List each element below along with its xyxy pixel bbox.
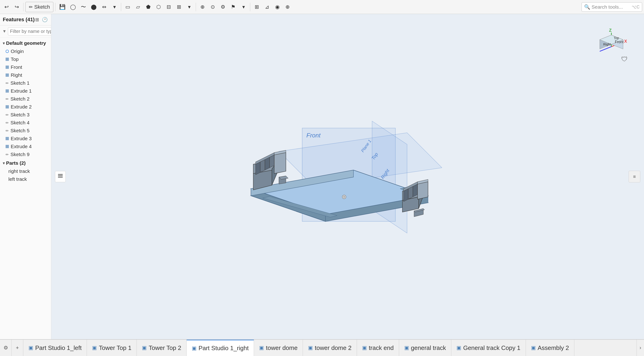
tool-plus[interactable]: ⊕	[283, 2, 292, 12]
sidebar-history-button[interactable]: 🕐	[42, 16, 48, 23]
svg-text:Top: Top	[614, 36, 619, 40]
right-track-label: right track	[8, 168, 30, 174]
parts-chevron-icon: ▾	[3, 161, 5, 165]
tool-mirror[interactable]: ⇔	[100, 2, 109, 12]
sidebar-item-top[interactable]: Top	[0, 55, 51, 63]
sidebar-select-button[interactable]: ⊞	[35, 16, 40, 23]
tool-flag[interactable]: ⚑	[228, 2, 238, 12]
orientation-cube[interactable]: X Z Front Top Right 🛡	[593, 28, 630, 65]
tool-rect[interactable]: ▭	[123, 2, 132, 12]
tab-tower-top-1[interactable]: ▣ Tower Top 1	[87, 340, 137, 356]
sidebar-item-sketch1[interactable]: ✏ Sketch 1	[0, 79, 51, 87]
tab-general-track[interactable]: ▣ general track	[399, 340, 451, 356]
tab-tower-dome-label: tower dome	[266, 344, 298, 351]
front-plane-icon	[6, 66, 9, 69]
tool-slot[interactable]: ⊟	[164, 2, 173, 12]
sidebar-item-extrude4[interactable]: Extrude 4	[0, 142, 51, 150]
tab-bar: ⚙ + ▣ Part Studio 1_left ▣ Tower Top 1 ▣…	[0, 339, 644, 356]
tool-point[interactable]: ⬤	[89, 2, 98, 12]
sketch4-label: Sketch 4	[10, 120, 30, 125]
tool-dropdown-2[interactable]: ▾	[184, 2, 194, 12]
tool-hex[interactable]: ⬡	[154, 2, 163, 12]
sidebar-item-right-track[interactable]: right track	[0, 167, 51, 175]
tab-part-studio-right-label: Part Studio 1_right	[198, 344, 248, 352]
tab-tower-top-1-icon: ▣	[92, 345, 97, 351]
tool-move[interactable]: ⊿	[262, 2, 272, 12]
save-button[interactable]: 💾	[57, 2, 67, 12]
sidebar-item-right[interactable]: Right	[0, 71, 51, 79]
tool-curve[interactable]: 〜	[79, 2, 88, 12]
tab-tower-top-2-icon: ▣	[142, 345, 147, 351]
sketch1-icon: ✏	[6, 81, 8, 85]
tool-layout[interactable]: ⊞	[252, 2, 262, 12]
search-icon: 🔍	[584, 4, 590, 10]
tool-view[interactable]: ◉	[272, 2, 282, 12]
tab-part-studio-left-label: Part Studio 1_left	[35, 344, 82, 351]
sidebar-item-left-track[interactable]: left track	[0, 175, 51, 183]
sidebar-item-sketch2[interactable]: ✏ Sketch 2	[0, 95, 51, 103]
sketch-button[interactable]: ✏ Sketch	[26, 2, 53, 12]
tab-scroll-right-button[interactable]: ›	[636, 340, 644, 356]
chevron-down-icon: ▾	[3, 41, 5, 46]
tab-part-studio-right-icon: ▣	[192, 345, 197, 351]
sidebar-item-sketch4[interactable]: ✏ Sketch 4	[0, 119, 51, 127]
panel-tool-1[interactable]: ≡	[630, 172, 639, 181]
tab-general-track-copy[interactable]: ▣ General track Copy 1	[451, 340, 526, 356]
sidebar-item-sketch3[interactable]: ✏ Sketch 3	[0, 111, 51, 119]
tab-tower-top-2[interactable]: ▣ Tower Top 2	[137, 340, 187, 356]
tool-rect2[interactable]: ▱	[133, 2, 142, 12]
appearance-button[interactable]: 🛡	[621, 55, 628, 63]
sidebar-item-sketch5[interactable]: ✏ Sketch 5	[0, 127, 51, 135]
tool-shape[interactable]: ⬟	[144, 2, 153, 12]
tool-dropdown-3[interactable]: ▾	[239, 2, 248, 12]
search-placeholder: Search tools...	[592, 4, 623, 10]
tab-settings-button[interactable]: ⚙	[0, 340, 12, 356]
filter-bar: ▼	[0, 26, 51, 38]
sidebar-item-extrude2[interactable]: Extrude 2	[0, 103, 51, 111]
tab-tower-dome-2[interactable]: ▣ tower dome 2	[303, 340, 357, 356]
sidebar-item-extrude3[interactable]: Extrude 3	[0, 135, 51, 142]
tab-tower-dome-2-label: tower dome 2	[315, 344, 352, 351]
tab-general-track-copy-icon: ▣	[456, 345, 461, 351]
canvas-area[interactable]: Front Top Right Plane 1	[51, 14, 644, 339]
tool-transform[interactable]: ⊕	[198, 2, 207, 12]
sketch2-label: Sketch 2	[10, 96, 30, 102]
tab-assembly-2-label: Assembly 2	[538, 344, 569, 351]
svg-text:Z: Z	[609, 28, 612, 33]
sketch9-icon: ✏	[6, 152, 8, 157]
section-default-geometry[interactable]: ▾ Default geometry	[0, 39, 51, 47]
sidebar-item-origin[interactable]: Origin	[0, 47, 51, 55]
filter-icon: ▼	[2, 29, 6, 34]
tool-intersect[interactable]: ⊙	[208, 2, 218, 12]
tab-part-studio-right[interactable]: ▣ Part Studio 1_right	[187, 340, 254, 356]
svg-text:Front: Front	[615, 40, 624, 44]
sidebar-item-front[interactable]: Front	[0, 63, 51, 71]
tab-track-end[interactable]: ▣ track end	[357, 340, 399, 356]
list-icon	[57, 173, 64, 179]
tool-gear[interactable]: ⚙	[218, 2, 228, 12]
sidebar-item-extrude1[interactable]: Extrude 1	[0, 87, 51, 95]
tab-tower-dome[interactable]: ▣ tower dome	[254, 340, 303, 356]
tool-dropdown-1[interactable]: ▾	[110, 2, 119, 12]
tab-assembly-2[interactable]: ▣ Assembly 2	[526, 340, 574, 356]
sketch4-icon: ✏	[6, 121, 8, 125]
section-parts[interactable]: ▾ Parts (2)	[0, 158, 51, 167]
svg-text:X: X	[624, 39, 627, 44]
tool-circle[interactable]: ◯	[68, 2, 78, 12]
default-geometry-label: Default geometry	[6, 40, 46, 46]
tab-part-studio-left[interactable]: ▣ Part Studio 1_left	[23, 340, 87, 356]
origin-icon	[6, 50, 9, 53]
tab-add-button[interactable]: +	[12, 340, 23, 356]
undo-button[interactable]: ↩	[2, 2, 11, 12]
svg-rect-41	[58, 177, 63, 177]
extrude4-label: Extrude 4	[11, 144, 32, 149]
filter-input[interactable]	[8, 27, 51, 36]
svg-text:Front: Front	[306, 132, 321, 139]
tab-general-track-icon: ▣	[404, 345, 409, 351]
list-view-button[interactable]	[55, 171, 66, 182]
search-box[interactable]: 🔍 Search tools... ⌥C	[582, 2, 642, 12]
sidebar-item-sketch9[interactable]: ✏ Sketch 9	[0, 150, 51, 158]
tool-grid[interactable]: ⊞	[174, 2, 184, 12]
right-label: Right	[11, 72, 22, 78]
redo-button[interactable]: ↪	[12, 2, 22, 12]
